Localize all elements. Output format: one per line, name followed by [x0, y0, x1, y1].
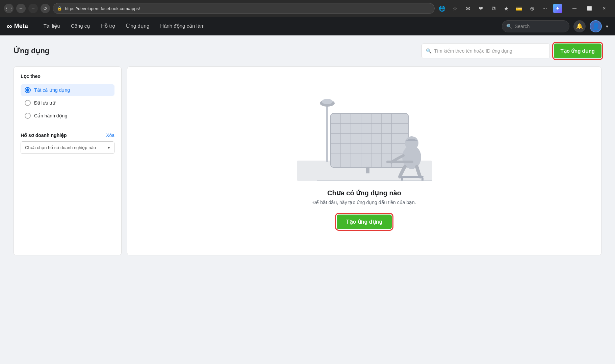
filter-archived[interactable]: Đã lưu trữ	[21, 97, 114, 109]
nav-link-hotro[interactable]: Hỗ trợ	[96, 17, 121, 35]
svg-rect-12	[366, 167, 369, 173]
create-app-header-button[interactable]: Tạo ứng dụng	[554, 44, 601, 58]
refresh-button[interactable]: ↺	[41, 4, 50, 13]
browser-controls: ⋮⋮ ← → ↺	[4, 4, 50, 13]
main-layout: Lọc theo Tất cả ứng dụng Đã lưu trữ Cần …	[14, 66, 601, 255]
filter-needs-action-label: Cần hành động	[34, 113, 67, 118]
avatar-icon: 👤	[592, 22, 600, 30]
meta-search-input[interactable]	[515, 24, 562, 29]
nav-link-hanhdon[interactable]: Hành động cần làm	[155, 17, 210, 35]
lock-icon: 🔒	[57, 6, 62, 11]
filter-title: Lọc theo	[21, 74, 114, 79]
filter-needs-action[interactable]: Cần hành động	[21, 110, 114, 121]
page-title: Ứng dụng	[14, 47, 49, 55]
svg-rect-21	[421, 178, 424, 181]
nav-dropdown-arrow[interactable]: ▾	[606, 24, 608, 29]
favorites-icon[interactable]: ☆	[450, 4, 460, 13]
business-profile-header: Hồ sơ doanh nghiệp Xóa	[21, 133, 114, 138]
window-controls: — ⬜ ✕	[568, 3, 611, 14]
business-profile-title: Hồ sơ doanh nghiệp	[21, 133, 67, 138]
radio-all-apps	[25, 87, 31, 93]
meta-nav-right: 🔔 👤 ▾	[573, 20, 608, 32]
forward-button[interactable]: →	[28, 4, 38, 13]
meta-logo-text: Meta	[14, 23, 28, 30]
business-profile-dropdown[interactable]: Chưa chọn hồ sơ doanh nghiệp nào ▾	[21, 141, 114, 154]
svg-point-15	[322, 99, 333, 104]
translate-icon[interactable]: 🌐	[437, 4, 447, 13]
more-icon[interactable]: ···	[540, 4, 549, 13]
nav-link-congcu[interactable]: Công cụ	[66, 17, 96, 35]
apps-icon[interactable]: ⋮⋮	[4, 4, 14, 13]
collections-icon[interactable]: ❤	[476, 4, 485, 13]
radio-archived	[25, 100, 31, 106]
page-header: Ứng dụng 🔍 Tạo ứng dụng	[14, 44, 601, 58]
empty-illustration	[297, 93, 432, 181]
meta-logo-icon: ∞	[7, 22, 12, 31]
back-button[interactable]: ←	[16, 4, 26, 13]
svg-rect-13	[326, 103, 328, 162]
copilot-icon[interactable]: ✦	[553, 4, 562, 13]
mail-icon[interactable]: ✉	[463, 4, 472, 13]
search-icon: 🔍	[506, 24, 512, 29]
split-view-icon[interactable]: ⧉	[489, 4, 498, 13]
maximize-button[interactable]: ⬜	[583, 3, 596, 14]
close-button[interactable]: ✕	[597, 3, 611, 14]
create-app-main-button[interactable]: Tạo ứng dụng	[337, 215, 392, 229]
filter-all-apps-label: Tất cả ứng dụng	[34, 87, 70, 93]
svg-point-17	[405, 136, 418, 150]
svg-rect-20	[401, 178, 403, 181]
browser-chrome: ⋮⋮ ← → ↺ 🔒 https://developers.facebook.c…	[0, 0, 615, 17]
user-avatar-button[interactable]: 👤	[590, 20, 602, 32]
app-search-input[interactable]	[434, 48, 545, 54]
url-text: https://developers.facebook.com/apps/	[65, 6, 140, 11]
radio-needs-action	[25, 113, 31, 119]
clear-business-profile-link[interactable]: Xóa	[106, 133, 114, 138]
browser-right-icons: 🌐 ☆ ✉ ❤ ⧉ ★ 💳 ⊕ ··· ✦	[437, 4, 562, 13]
page-header-right: 🔍 Tạo ứng dụng	[421, 44, 601, 58]
empty-state-title: Chưa có ứng dụng nào	[327, 189, 401, 197]
notification-bell-button[interactable]: 🔔	[573, 20, 586, 32]
meta-nav-links: Tài liệu Công cụ Hỗ trợ Ứng dụng Hành độ…	[38, 17, 502, 35]
filter-archived-label: Đã lưu trữ	[34, 100, 55, 106]
business-dropdown-placeholder: Chưa chọn hồ sơ doanh nghiệp nào	[25, 145, 96, 150]
empty-state-subtitle: Để bắt đầu, hãy tạo ứng dụng đầu tiên củ…	[312, 200, 416, 205]
url-bar[interactable]: 🔒 https://developers.facebook.com/apps/	[53, 3, 435, 14]
wallet-icon[interactable]: 💳	[514, 4, 524, 13]
sidebar: Lọc theo Tất cả ứng dụng Đã lưu trữ Cần …	[14, 66, 122, 255]
minimize-button[interactable]: —	[568, 3, 581, 14]
meta-nav: ∞ Meta Tài liệu Công cụ Hỗ trợ Ứng dụng …	[0, 17, 615, 35]
page-content: Ứng dụng 🔍 Tạo ứng dụng Lọc theo Tất cả …	[0, 35, 615, 364]
main-area: Chưa có ứng dụng nào Để bắt đầu, hãy tạo…	[127, 66, 601, 255]
extensions-icon[interactable]: ⊕	[527, 4, 537, 13]
business-dropdown-arrow-icon: ▾	[108, 145, 110, 150]
meta-logo[interactable]: ∞ Meta	[7, 22, 28, 31]
svg-rect-18	[386, 161, 413, 163]
nav-link-ungdung[interactable]: Ứng dụng	[121, 17, 155, 35]
meta-search-bar[interactable]: 🔍	[502, 20, 569, 32]
nav-link-tailieu[interactable]: Tài liệu	[38, 17, 66, 35]
svg-rect-19	[400, 176, 424, 178]
reading-icon[interactable]: ★	[502, 4, 511, 13]
filter-all-apps[interactable]: Tất cả ứng dụng	[21, 84, 114, 96]
app-search-icon: 🔍	[426, 48, 432, 54]
sidebar-divider	[21, 127, 114, 127]
app-search-bar[interactable]: 🔍	[421, 44, 550, 58]
